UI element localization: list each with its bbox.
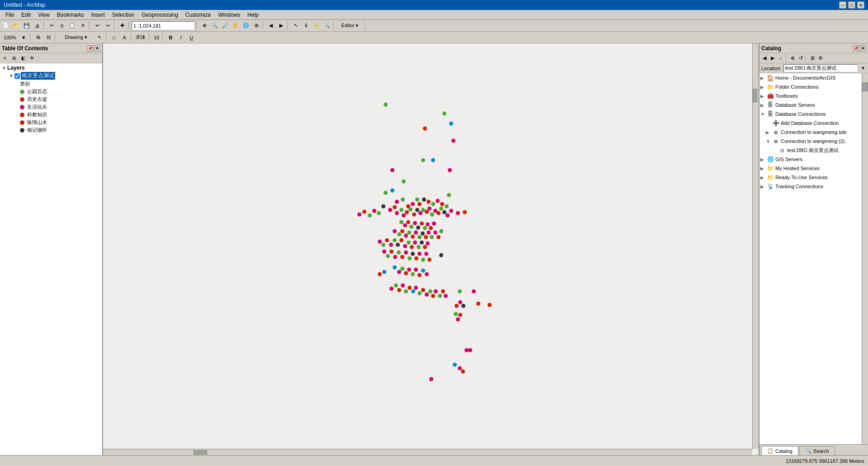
- map-canvas: [103, 43, 759, 455]
- map-area[interactable]: [103, 43, 759, 455]
- menu-insert[interactable]: Insert: [88, 11, 108, 19]
- toc-source-btn[interactable]: ◧: [19, 54, 27, 62]
- map-dot: [397, 251, 401, 255]
- tb-open-btn[interactable]: 📂: [11, 21, 21, 31]
- tb-save-btn[interactable]: 💾: [22, 21, 32, 31]
- menu-view[interactable]: View: [34, 11, 53, 19]
- legend-item-4: 纵情山水: [19, 119, 101, 126]
- tb-select-btn[interactable]: ↖: [291, 21, 301, 31]
- catalog-item-db-servers[interactable]: ▶ 🗄 Database Servers: [760, 100, 862, 109]
- menu-windows[interactable]: Windows: [215, 11, 244, 19]
- tb-italic-btn[interactable]: I: [176, 33, 186, 43]
- minimize-btn[interactable]: ─: [839, 1, 846, 9]
- tb-grid-btn[interactable]: ⊟: [43, 33, 53, 43]
- tb-info-btn[interactable]: ℹ: [301, 21, 311, 31]
- catalog-connect-btn[interactable]: ⊕: [788, 54, 797, 62]
- map-scroll-vertical[interactable]: [752, 43, 759, 449]
- tb-layout-btn[interactable]: ⊞: [33, 33, 43, 43]
- tb-zoom-out-btn[interactable]: 🔎: [220, 21, 230, 31]
- drawing-dropdown[interactable]: Drawing ▾: [58, 33, 94, 43]
- tb-redo-btn[interactable]: ↪: [103, 21, 113, 31]
- catalog-item-folder-connections[interactable]: ▶ 📁 Folder Connections: [760, 82, 862, 91]
- tb-extent-btn[interactable]: ⊞: [251, 21, 261, 31]
- map-scroll-horizontal[interactable]: [103, 449, 752, 455]
- catalog-refresh-btn[interactable]: ↺: [797, 54, 805, 62]
- toc-layers-item[interactable]: ▼ Layers: [1, 64, 101, 71]
- catalog-location-dropdown[interactable]: ▼: [860, 64, 866, 72]
- catalog-item-tracking-conn[interactable]: ▶ 📡 Tracking Connections: [760, 182, 862, 191]
- tb-text-btn[interactable]: A: [119, 33, 129, 43]
- tb-new-btn[interactable]: 📄: [1, 21, 11, 31]
- map-dot: [411, 272, 415, 276]
- toc-list-btn[interactable]: ≡: [1, 54, 9, 62]
- map-dot: [407, 241, 411, 245]
- tb-draw-select-btn[interactable]: ↖: [94, 33, 104, 43]
- catalog-back-btn[interactable]: ◀: [760, 54, 769, 62]
- menu-bookmarks[interactable]: Bookmarks: [53, 11, 88, 19]
- catalog-tab-search[interactable]: 🔍 Search: [799, 446, 835, 455]
- toc-icon-btn[interactable]: ⊞: [10, 54, 18, 62]
- catalog-item-db-connections[interactable]: ▼ 🗄 Database Connections: [760, 109, 862, 119]
- tb-add-data-btn[interactable]: ✚: [117, 21, 127, 31]
- catalog-item-conn1[interactable]: ▶ ⊞ Connection to wangmeng.sde: [760, 128, 862, 137]
- close-btn[interactable]: ✕: [857, 1, 864, 9]
- tb-identify-btn[interactable]: ⊕: [199, 21, 209, 31]
- map-dot: [454, 312, 458, 316]
- menu-edit[interactable]: Edit: [18, 11, 34, 19]
- map-dot: [396, 243, 400, 247]
- catalog-options-btn[interactable]: ⚙: [816, 54, 825, 62]
- font-size-label: 10: [152, 35, 161, 40]
- catalog-close-btn[interactable]: ✕: [860, 45, 866, 52]
- tb-zoom-100-btn[interactable]: ▼: [19, 33, 28, 43]
- tb-delete-btn[interactable]: ✕: [78, 21, 88, 31]
- menu-customize[interactable]: Customize: [182, 11, 215, 19]
- tb-back-btn[interactable]: ◀: [266, 21, 276, 31]
- layer-visibility-checkbox[interactable]: [14, 73, 20, 79]
- catalog-tab-catalog[interactable]: 📋 Catalog: [761, 446, 798, 455]
- legend-item-1: 历史古迹: [19, 95, 101, 103]
- toc-close-btn[interactable]: ✕: [94, 45, 100, 52]
- menu-file[interactable]: File: [2, 11, 18, 19]
- tb-bold-btn[interactable]: B: [165, 33, 175, 43]
- catalog-item-my-hosted[interactable]: ▶ 📁 My Hosted Services: [760, 164, 862, 173]
- tb-measure-btn[interactable]: 📏: [311, 21, 321, 31]
- tb-cut-btn[interactable]: ✂: [47, 21, 57, 31]
- toc-visibility-btn[interactable]: 👁: [28, 54, 36, 62]
- catalog-item-gis-servers[interactable]: ▶ 🌐 GIS Servers: [760, 155, 862, 164]
- map-dot: [436, 199, 440, 203]
- tb-paste-btn[interactable]: 📋: [67, 21, 77, 31]
- tb-print-btn[interactable]: 🖨: [32, 21, 42, 31]
- catalog-item-home[interactable]: ▶ 🏠 Home - Documents/ArcGIS: [760, 73, 862, 82]
- tb-undo-btn[interactable]: ↩: [92, 21, 102, 31]
- menu-help[interactable]: Help: [244, 11, 262, 19]
- tb-fwd-btn[interactable]: ▶: [276, 21, 286, 31]
- tb-copy-btn[interactable]: ⎘: [57, 21, 67, 31]
- catalog-item-test-table[interactable]: ▶ ⊡ test.DBO.南京景点测试: [760, 146, 862, 155]
- catalog-view-btn[interactable]: ⊞: [808, 54, 816, 62]
- catalog-vscroll[interactable]: [862, 73, 868, 444]
- tb-draw-rect-btn[interactable]: □: [109, 33, 119, 43]
- catalog-location-input[interactable]: [783, 64, 858, 72]
- menu-selection[interactable]: Selection: [108, 11, 138, 19]
- tb-pan-btn[interactable]: ✋: [231, 21, 241, 31]
- tb-search-btn[interactable]: 🔍: [322, 21, 332, 31]
- catalog-item-toolboxes[interactable]: ▶ 🧰 Toolboxes: [760, 91, 862, 100]
- catalog-pin-btn[interactable]: 📌: [853, 45, 859, 52]
- catalog-item-ready-to-use[interactable]: ▶ 📁 Ready-To-Use Services: [760, 173, 862, 182]
- menu-geoprocessing[interactable]: Geoprocessing: [138, 11, 182, 19]
- toc-layer-item[interactable]: ▼ 南京景点测试: [8, 71, 101, 80]
- conn2-label: Connection to wangmeng (2).: [781, 138, 846, 144]
- catalog-item-add-db-conn[interactable]: ▶ ➕ Add Database Connection: [760, 119, 862, 128]
- tb-editor-dropdown[interactable]: Editor ▾: [336, 21, 363, 31]
- tb-underline-btn[interactable]: U: [186, 33, 196, 43]
- tb-zoom-in-btn[interactable]: 🔍: [210, 21, 220, 31]
- maximize-btn[interactable]: □: [848, 1, 855, 9]
- scale-input[interactable]: [132, 21, 195, 30]
- catalog-fwd-btn[interactable]: ▶: [769, 54, 777, 62]
- tb-globe-btn[interactable]: 🌐: [241, 21, 251, 31]
- map-dot: [468, 348, 472, 352]
- cat-tb-sep-2: [806, 54, 807, 63]
- catalog-up-btn[interactable]: ↑: [777, 54, 785, 62]
- catalog-item-conn2[interactable]: ▼ ⊞ Connection to wangmeng (2).: [760, 137, 862, 146]
- toc-pin-btn[interactable]: 📌: [87, 45, 93, 52]
